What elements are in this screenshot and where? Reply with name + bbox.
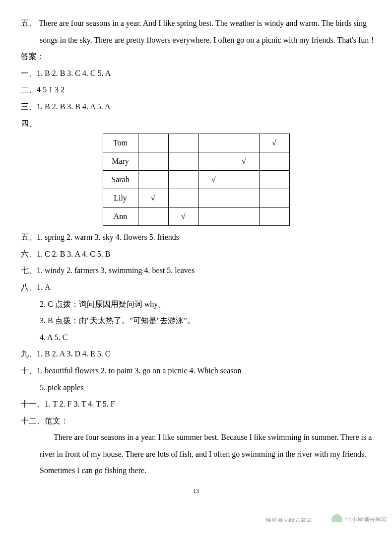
section-five-text: There are four seasons in a year. And I … xyxy=(39,19,377,44)
row-name: Ann xyxy=(103,208,138,226)
section-five-passage: 五、 There are four seasons in a year. And… xyxy=(14,15,378,48)
cell: √ xyxy=(229,152,259,171)
answer-section-9: 九、1. B 2. A 3. D 4. E 5. C xyxy=(14,346,378,362)
table-row: Ann √ xyxy=(103,208,289,226)
answer-section-8-line4: 4. A 5. C xyxy=(14,329,378,346)
cell: √ xyxy=(168,208,198,226)
cell: √ xyxy=(259,134,289,152)
watermark-left: 搜狐号@财有霸斗 xyxy=(265,517,313,522)
cell xyxy=(138,208,168,226)
cell xyxy=(259,189,289,208)
answer-section-7: 七、1. windy 2. farmers 3. swimming 4. bes… xyxy=(14,262,378,279)
table-row: Tom √ xyxy=(103,134,289,152)
row-name: Sarah xyxy=(103,171,138,189)
cell xyxy=(259,152,289,171)
row-name: Tom xyxy=(103,134,138,152)
cell xyxy=(138,152,168,171)
cell: √ xyxy=(198,171,229,189)
cell xyxy=(229,208,259,226)
table-row: Sarah √ xyxy=(103,171,289,189)
answer-section-6: 六、1. C 2. B 3. A 4. C 5. B xyxy=(14,246,378,263)
answer-section-2: 二、4 5 1 3 2 xyxy=(14,81,378,98)
cell xyxy=(198,208,229,226)
cell xyxy=(168,189,198,208)
section-five-label: 五、 xyxy=(21,19,37,27)
cell xyxy=(168,134,198,152)
cell xyxy=(138,171,168,189)
cell xyxy=(198,189,229,208)
cell xyxy=(168,152,198,171)
cell xyxy=(198,152,229,171)
cell xyxy=(229,134,259,152)
answer-table: Tom √ Mary √ Sarah √ Lily √ xyxy=(103,134,290,226)
page-number: 13 xyxy=(14,485,378,497)
answer-section-12-label: 十二、范文： xyxy=(14,413,378,429)
footer: 搜狐号@财有霸斗 中小学满分学苑 xyxy=(0,502,392,522)
watermark-right-text: 中小学满分学苑 xyxy=(345,516,387,523)
answer-section-8-line1: 八、1. A xyxy=(14,279,378,296)
cell xyxy=(198,134,229,152)
cell xyxy=(168,171,198,189)
answer-section-8-line2: 2. C 点拨：询问原因用疑问词 why。 xyxy=(14,296,378,313)
watermark-right: 中小学满分学苑 xyxy=(331,514,387,522)
answer-section-10-line2: 5. pick apples xyxy=(14,379,378,396)
cell xyxy=(259,171,289,189)
answer-section-5: 五、1. spring 2. warm 3. sky 4. flowers 5.… xyxy=(14,229,378,246)
cell xyxy=(138,134,168,152)
answer-section-4-label: 四、 xyxy=(14,115,378,132)
answer-section-8-line3: 3. B 点拨：由"天太热了。"可知是"去游泳"。 xyxy=(14,312,378,329)
answer-section-10-line1: 十、1. beautiful flowers 2. to paint 3. go… xyxy=(14,362,378,379)
row-name: Mary xyxy=(103,152,138,171)
row-name: Lily xyxy=(103,189,138,208)
cell: √ xyxy=(138,189,168,208)
logo-icon xyxy=(331,514,342,522)
answer-section-11: 十一、1. T 2. F 3. T 4. T 5. F xyxy=(14,396,378,413)
answers-label: 答案： xyxy=(14,48,378,65)
cell xyxy=(259,208,289,226)
cell xyxy=(229,189,259,208)
table-row: Mary √ xyxy=(103,152,289,171)
cell xyxy=(229,171,259,189)
answer-section-12-essay: There are four seasons in a year. I like… xyxy=(14,429,378,479)
table-row: Lily √ xyxy=(103,189,289,208)
page-content: 五、 There are four seasons in a year. And… xyxy=(0,0,392,502)
answer-section-3: 三、1. B 2. B 3. B 4. A 5. A xyxy=(14,98,378,115)
answer-section-1: 一、1. B 2. B 3. C 4. C 5. A xyxy=(14,65,378,82)
